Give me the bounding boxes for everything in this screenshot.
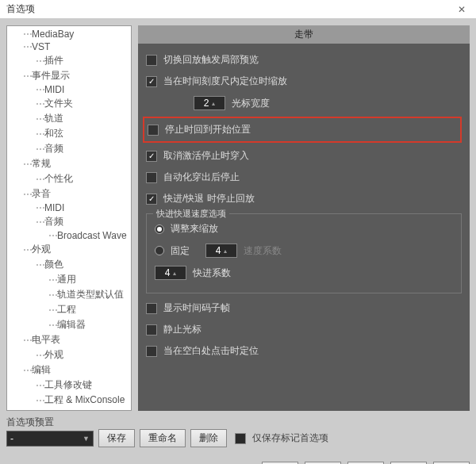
opt-stop-return[interactable]: 停止时回到开始位置: [143, 117, 462, 143]
checkbox[interactable]: [146, 55, 157, 66]
content-body: 切换回放触发局部预览 当在时间刻度尺内定位时缩放 2▴ 光标宽度 停止时回到开始…: [138, 44, 470, 411]
opt-ffrw-stop[interactable]: 快进/快退 时停止回放: [146, 192, 462, 205]
checkbox-save-marked[interactable]: [235, 433, 246, 444]
tree-item[interactable]: ⋯ 编辑器: [7, 317, 131, 332]
opt-fixed[interactable]: 固定 4▴ 速度系数: [155, 244, 453, 258]
radio[interactable]: [155, 224, 164, 234]
opt-auto-punch-stop[interactable]: 自动化穿出后停止: [146, 171, 462, 184]
tree-item[interactable]: ⋯ 事件显示: [7, 68, 131, 83]
checkbox[interactable]: [146, 151, 157, 162]
radio[interactable]: [155, 246, 164, 255]
opt-deactivate-punch[interactable]: 取消激活停止时穿入: [146, 149, 462, 163]
tree-item[interactable]: ⋯ 外观: [7, 347, 131, 362]
tree-item[interactable]: ⋯ MIDI: [7, 83, 131, 96]
save-button[interactable]: 保存: [98, 429, 135, 447]
checkbox[interactable]: [146, 172, 157, 183]
tree-item[interactable]: ⋯ 外观: [7, 242, 131, 257]
content-panel: 走带 切换回放触发局部预览 当在时间刻度尺内定位时缩放 2▴ 光标宽度 停止时回…: [138, 25, 470, 411]
opt-click-empty[interactable]: 当在空白处点击时定位: [146, 344, 462, 358]
tree-item[interactable]: ⋯ 和弦: [7, 126, 131, 141]
opt-zoom-locate[interactable]: 当在时间刻度尺内定位时缩放: [146, 75, 462, 88]
tree-item[interactable]: ⋯ VST: [7, 40, 131, 53]
tree-item[interactable]: ⋯ 工具修改键: [7, 378, 131, 393]
tree-item[interactable]: ⋯ 插件: [7, 53, 131, 68]
tree-item[interactable]: ⋯ 音频: [7, 141, 131, 156]
tree-item[interactable]: ⋯ 音频: [7, 214, 131, 229]
opt-adjust-zoom[interactable]: 调整来缩放: [155, 222, 453, 236]
chevron-down-icon: ▼: [83, 435, 90, 443]
tree: ⋯ MediaBay⋯ VST⋯ 插件⋯ 事件显示⋯ MIDI⋯ 文件夹⋯ 轨道…: [7, 26, 131, 411]
checkbox[interactable]: [148, 125, 159, 136]
cursor-width-input[interactable]: 2▴: [194, 96, 225, 110]
rename-button[interactable]: 重命名: [140, 429, 186, 447]
footer: 默认 帮助 应用 确定 取消: [0, 458, 476, 464]
tree-item[interactable]: ⋯ 颜色: [7, 257, 131, 272]
checkbox[interactable]: [146, 303, 157, 314]
tree-item[interactable]: ⋯ 工程 & MixConsole: [7, 393, 131, 408]
ff-input[interactable]: 4▴: [155, 266, 186, 280]
tree-item[interactable]: ⋯ 文件夹: [7, 96, 131, 111]
tree-item[interactable]: ⋯ 轨道类型默认值: [7, 287, 131, 302]
cursor-width-row: 2▴ 光标宽度: [146, 96, 462, 110]
content-title: 走带: [138, 25, 470, 44]
tree-item[interactable]: ⋯ 常规: [7, 156, 131, 171]
delete-button[interactable]: 删除: [190, 429, 227, 447]
close-icon[interactable]: ✕: [454, 4, 470, 15]
preset-area: 首选项预置 -▼ 保存 重命名 删除 仅保存标记首选项: [0, 411, 476, 458]
tree-item[interactable]: ⋯ 电平表: [7, 332, 131, 347]
speed-input[interactable]: 4▴: [205, 244, 237, 258]
tree-item[interactable]: ⋯ 个性化: [7, 171, 131, 186]
preset-label: 首选项预置: [6, 416, 470, 429]
opt-switch-playback[interactable]: 切换回放触发局部预览: [146, 53, 462, 67]
tree-item[interactable]: ⋯ 录音: [7, 186, 131, 201]
tree-panel[interactable]: ⋯ MediaBay⋯ VST⋯ 插件⋯ 事件显示⋯ MIDI⋯ 文件夹⋯ 轨道…: [6, 25, 132, 411]
opt-static-cursor[interactable]: 静止光标: [146, 323, 462, 336]
tree-item[interactable]: ⋯ 编辑: [7, 362, 131, 378]
tree-item[interactable]: ⋯ MediaBay: [7, 28, 131, 40]
checkbox[interactable]: [146, 324, 157, 336]
group-title: 快进快退速度选项: [153, 208, 229, 220]
main-area: ⋯ MediaBay⋯ VST⋯ 插件⋯ 事件显示⋯ MIDI⋯ 文件夹⋯ 轨道…: [0, 19, 476, 411]
checkbox[interactable]: [146, 346, 157, 357]
checkbox[interactable]: [146, 76, 157, 87]
tree-item[interactable]: ⋯ Broadcast Wave: [7, 229, 131, 242]
tree-item[interactable]: ⋯ 控制: [7, 408, 131, 411]
tree-item[interactable]: ⋯ 通用: [7, 272, 131, 287]
tree-item[interactable]: ⋯ 轨道: [7, 111, 131, 126]
checkbox[interactable]: [146, 194, 157, 205]
ff-factor-row: 4▴ 快进系数: [155, 266, 453, 280]
speed-group: 快进快退速度选项 调整来缩放 固定 4▴ 速度系数 4▴ 快进系数: [146, 213, 462, 293]
window-title: 首选项: [6, 2, 454, 16]
titlebar: 首选项 ✕: [0, 0, 476, 19]
tree-item[interactable]: ⋯ 工程: [7, 302, 131, 317]
preset-select[interactable]: -▼: [6, 431, 94, 447]
opt-timecode[interactable]: 显示时间码子帧: [146, 301, 462, 315]
tree-item[interactable]: ⋯ MIDI: [7, 201, 131, 214]
